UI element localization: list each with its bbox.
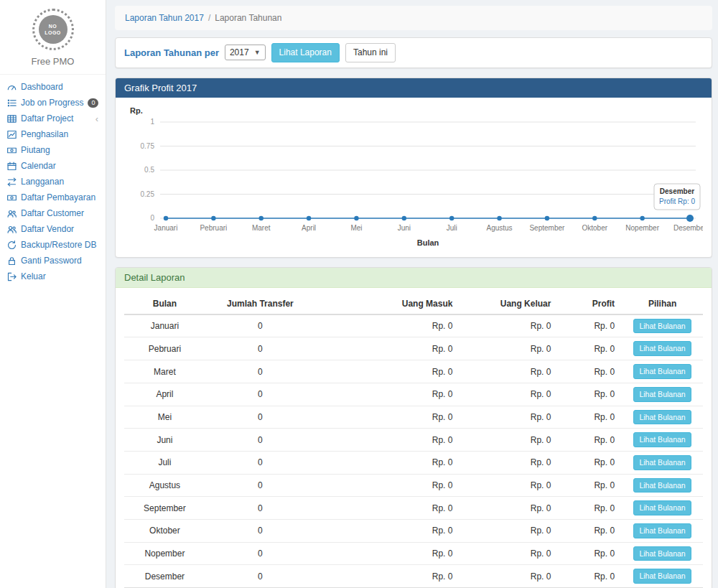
table-row: Juni0Rp. 0Rp. 0Rp. 0Lihat Bulanan <box>124 429 703 452</box>
cell-profit: Rp. 0 <box>558 314 622 337</box>
cell-jumlah_transfer: 0 <box>205 406 315 429</box>
filter-panel: Laporan Tahunan per 2017 ▼ Lihat Laporan… <box>115 37 712 68</box>
sidebar-item-daftar-vendor[interactable]: Daftar Vendor <box>0 221 106 237</box>
sidebar-item-label: Daftar Customer <box>21 208 84 218</box>
sidebar-item-label: Backup/Restore DB <box>21 240 96 250</box>
sidebar-item-daftar-customer[interactable]: Daftar Customer <box>0 205 106 221</box>
sidebar: NO LOGO Free PMO DashboardJob on Progres… <box>0 0 106 588</box>
tasks-icon <box>7 98 17 108</box>
table-row: Pebruari0Rp. 0Rp. 0Rp. 0Lihat Bulanan <box>124 337 703 360</box>
cell-pilihan: Lihat Bulanan <box>622 406 703 429</box>
no-logo-stamp: NO LOGO <box>32 9 74 50</box>
table-row: September0Rp. 0Rp. 0Rp. 0Lihat Bulanan <box>124 497 703 520</box>
cell-uang_keluar: Rp. 0 <box>460 542 558 565</box>
cell-jumlah_transfer: 0 <box>205 497 315 520</box>
cell-jumlah_transfer: 0 <box>205 542 315 565</box>
sidebar-item-label: Piutang <box>21 145 50 155</box>
chart-tooltip: DesemberProfit Rp: 0 <box>654 184 700 210</box>
table-row: Desember0Rp. 0Rp. 0Rp. 0Lihat Bulanan <box>124 565 703 588</box>
table-row: Juli0Rp. 0Rp. 0Rp. 0Lihat Bulanan <box>124 451 703 474</box>
logo-area: NO LOGO Free PMO <box>0 0 106 75</box>
lihat-laporan-button[interactable]: Lihat Laporan <box>271 43 340 62</box>
year-select[interactable]: 2017 ▼ <box>225 45 266 60</box>
sidebar-item-ganti-password[interactable]: Ganti Password <box>0 253 106 269</box>
tahun-ini-button[interactable]: Tahun ini <box>345 43 396 62</box>
cell-bulan: Maret <box>124 360 205 383</box>
sidebar-item-piutang[interactable]: Piutang <box>0 142 106 158</box>
sidebar-item-keluar[interactable]: Keluar <box>0 269 106 284</box>
lihat-bulanan-button[interactable]: Lihat Bulanan <box>633 364 691 379</box>
cell-uang_keluar: Rp. 0 <box>460 360 558 383</box>
cell-profit: Rp. 0 <box>558 406 622 429</box>
cell-bulan: Juli <box>124 451 205 474</box>
cell-jumlah_transfer: 0 <box>205 451 315 474</box>
cell-profit: Rp. 0 <box>558 429 622 452</box>
lihat-bulanan-button[interactable]: Lihat Bulanan <box>633 569 691 584</box>
chevron-left-icon: ‹ <box>95 114 98 123</box>
sidebar-item-penghasilan[interactable]: Penghasilan <box>0 126 106 142</box>
sidebar-item-label: Daftar Pembayaran <box>21 192 95 202</box>
table-icon <box>7 114 17 123</box>
svg-text:April: April <box>302 224 316 232</box>
lihat-bulanan-button[interactable]: Lihat Bulanan <box>633 478 691 493</box>
cell-pilihan: Lihat Bulanan <box>622 314 703 337</box>
sidebar-item-backup-restore-db[interactable]: Backup/Restore DB <box>0 237 106 253</box>
sidebar-item-dashboard[interactable]: Dashboard <box>0 79 106 95</box>
report-panel-title: Detail Laporan <box>116 268 712 288</box>
cell-bulan: Juni <box>124 429 205 452</box>
table-row: Oktober0Rp. 0Rp. 0Rp. 0Lihat Bulanan <box>124 519 703 542</box>
table-row: April0Rp. 0Rp. 0Rp. 0Lihat Bulanan <box>124 383 703 406</box>
logo-text: NO LOGO <box>44 23 62 36</box>
cell-uang_keluar: Rp. 0 <box>460 519 558 542</box>
count-badge: 0 <box>88 98 98 108</box>
svg-text:0.75: 0.75 <box>141 141 155 149</box>
sidebar-item-label: Job on Progress <box>21 98 83 108</box>
lock-icon <box>7 256 17 266</box>
sidebar-item-label: Dashboard <box>21 82 63 92</box>
cell-jumlah_transfer: 0 <box>205 314 315 337</box>
sidebar-item-calendar[interactable]: Calendar <box>0 158 106 174</box>
sidebar-item-langganan[interactable]: Langganan <box>0 174 106 190</box>
breadcrumb-link-laporan-tahun[interactable]: Laporan Tahun 2017 <box>125 13 204 23</box>
lihat-bulanan-button[interactable]: Lihat Bulanan <box>633 432 691 447</box>
svg-text:Pebruari: Pebruari <box>200 224 227 232</box>
table-header-row: BulanJumlah TransferUang MasukUang Kelua… <box>124 294 703 314</box>
cell-uang_keluar: Rp. 0 <box>460 429 558 452</box>
no-logo-stamp-inner: NO LOGO <box>39 15 67 44</box>
calendar-icon <box>7 162 17 171</box>
svg-text:Nopember: Nopember <box>625 224 659 232</box>
cell-jumlah_transfer: 0 <box>205 429 315 452</box>
table-row: Mei0Rp. 0Rp. 0Rp. 0Lihat Bulanan <box>124 406 703 429</box>
cell-pilihan: Lihat Bulanan <box>622 337 703 360</box>
cell-pilihan: Lihat Bulanan <box>622 429 703 452</box>
lihat-bulanan-button[interactable]: Lihat Bulanan <box>633 523 691 538</box>
breadcrumb-current: Laporan Tahunan <box>215 13 281 23</box>
sidebar-item-daftar-pembayaran[interactable]: Daftar Pembayaran <box>0 190 106 205</box>
lihat-bulanan-button[interactable]: Lihat Bulanan <box>633 546 691 561</box>
table-row: Agustus0Rp. 0Rp. 0Rp. 0Lihat Bulanan <box>124 474 703 497</box>
filter-panel-title: Laporan Tahunan per <box>124 47 219 58</box>
column-header-pilihan: Pilihan <box>622 294 703 314</box>
cell-bulan: Januari <box>124 314 205 337</box>
year-select-value: 2017 <box>230 47 249 57</box>
svg-text:Desember: Desember <box>673 224 703 232</box>
lihat-bulanan-button[interactable]: Lihat Bulanan <box>633 341 691 356</box>
svg-text:Maret: Maret <box>252 224 271 232</box>
sidebar-item-daftar-project[interactable]: Daftar Project‹ <box>0 111 106 126</box>
app-window: NO LOGO Free PMO DashboardJob on Progres… <box>0 0 718 588</box>
users-icon <box>7 209 17 218</box>
cell-jumlah_transfer: 0 <box>205 565 315 588</box>
lihat-bulanan-button[interactable]: Lihat Bulanan <box>633 410 691 425</box>
sidebar-item-label: Keluar <box>21 271 46 281</box>
lihat-bulanan-button[interactable]: Lihat Bulanan <box>633 500 691 515</box>
column-header-uang-masuk: Uang Masuk <box>315 294 460 314</box>
lihat-bulanan-button[interactable]: Lihat Bulanan <box>633 387 691 402</box>
cell-uang_keluar: Rp. 0 <box>460 406 558 429</box>
cell-bulan: September <box>124 497 205 520</box>
cell-jumlah_transfer: 0 <box>205 519 315 542</box>
lihat-bulanan-button[interactable]: Lihat Bulanan <box>633 319 691 334</box>
lihat-bulanan-button[interactable]: Lihat Bulanan <box>633 455 691 470</box>
cell-uang_masuk: Rp. 0 <box>315 519 460 542</box>
cell-bulan: Agustus <box>124 474 205 497</box>
sidebar-item-job-on-progress[interactable]: Job on Progress0 <box>0 95 106 111</box>
